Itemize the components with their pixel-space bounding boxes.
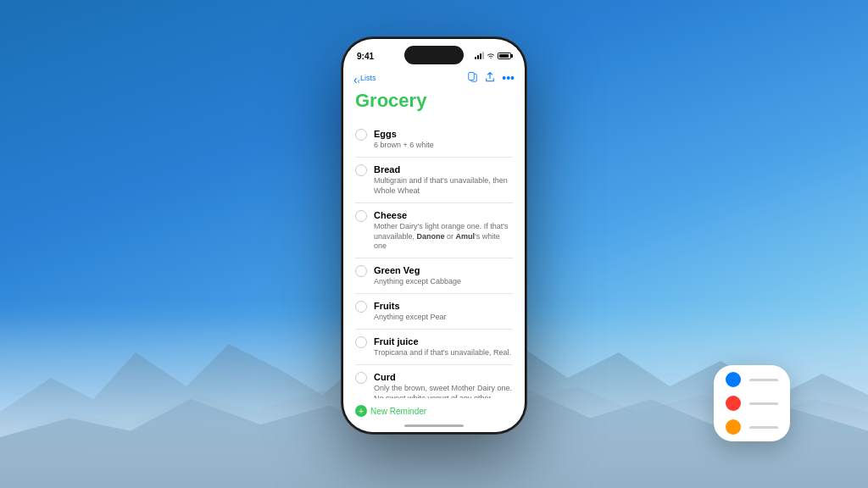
item-checkbox[interactable] [355,301,367,313]
svg-rect-2 [469,72,475,80]
battery-icon [498,53,511,59]
list-item[interactable]: CheeseMother Dairy's light orange one. I… [355,203,513,258]
badge-row-orange [726,419,778,435]
item-name: Green Veg [374,264,513,276]
plus-circle-icon: + [355,405,367,417]
item-name: Bread [374,164,513,175]
orange-dot [726,419,741,435]
red-line [749,402,778,405]
item-checkbox[interactable] [355,164,367,176]
copy-icon[interactable] [467,72,478,85]
home-indicator [404,424,464,427]
nav-bar: ‹ Lists ••• [343,71,525,90]
grocery-list: Eggs6 brown + 6 whiteBreadMultigrain and… [355,122,513,398]
item-name: Cheese [374,209,513,221]
share-icon[interactable] [485,71,495,85]
item-name: Curd [374,371,513,383]
back-chevron-icon: ‹ [353,74,359,82]
item-checkbox[interactable] [355,372,367,384]
list-item[interactable]: CurdOnly the brown, sweet Mother Dairy o… [355,365,513,398]
phone-inner: 9:41 ‹ [343,39,525,432]
wifi-icon [487,53,495,59]
item-detail: Mother Dairy's light orange one. If that… [374,222,513,252]
item-content: Eggs6 brown + 6 white [374,128,513,151]
list-item[interactable]: Green VegAnything except Cabbage [355,258,513,294]
item-content: FruitsAnything except Pear [374,300,513,323]
list-title: Grocery [355,90,513,115]
item-detail: Anything except Pear [374,313,513,323]
item-content: Green VegAnything except Cabbage [374,264,513,287]
dynamic-island [404,46,464,64]
item-checkbox[interactable] [355,265,367,277]
blue-dot [726,372,741,387]
item-checkbox[interactable] [355,210,367,222]
nav-back-label: Lists [360,74,376,82]
status-time: 9:41 [357,52,374,61]
nav-back[interactable]: ‹ Lists [353,74,376,82]
content-area[interactable]: Grocery Eggs6 brown + 6 whiteBreadMultig… [343,90,525,398]
item-content: Fruit juiceTropicana and if that's unava… [374,336,513,358]
item-detail: Only the brown, sweet Mother Dairy one. … [374,384,513,398]
phone: 9:41 ‹ [341,36,527,435]
item-detail: Multigrain and if that's unavailable, th… [374,176,513,196]
red-dot [726,396,741,411]
list-item[interactable]: Fruit juiceTropicana and if that's unava… [355,330,513,365]
status-icons [475,53,511,59]
item-content: BreadMultigrain and if that's unavailabl… [374,164,513,197]
item-checkbox[interactable] [355,129,367,141]
signal-icon [475,53,484,59]
item-detail: Tropicana and if that's unavailable, Rea… [374,348,513,358]
item-detail: 6 brown + 6 white [374,141,513,151]
app-icon-badge [714,365,790,441]
list-item[interactable]: Eggs6 brown + 6 white [355,122,513,158]
new-reminder-button[interactable]: + New Reminder [355,405,426,417]
orange-line [749,426,778,429]
list-item[interactable]: FruitsAnything except Pear [355,294,513,330]
item-content: CurdOnly the brown, sweet Mother Dairy o… [374,371,513,398]
item-content: CheeseMother Dairy's light orange one. I… [374,209,513,252]
item-checkbox[interactable] [355,336,367,348]
badge-row-red [726,396,778,411]
badge-row-blue [726,372,778,387]
nav-actions: ••• [467,71,515,85]
item-name: Fruits [374,300,513,312]
blue-line [749,379,778,381]
list-item[interactable]: BreadMultigrain and if that's unavailabl… [355,158,513,203]
item-name: Fruit juice [374,336,513,347]
new-reminder-label: New Reminder [370,407,426,416]
item-detail: Anything except Cabbage [374,277,513,287]
item-name: Eggs [374,128,513,140]
phone-container: 9:41 ‹ [341,36,527,435]
more-icon[interactable]: ••• [502,71,515,85]
